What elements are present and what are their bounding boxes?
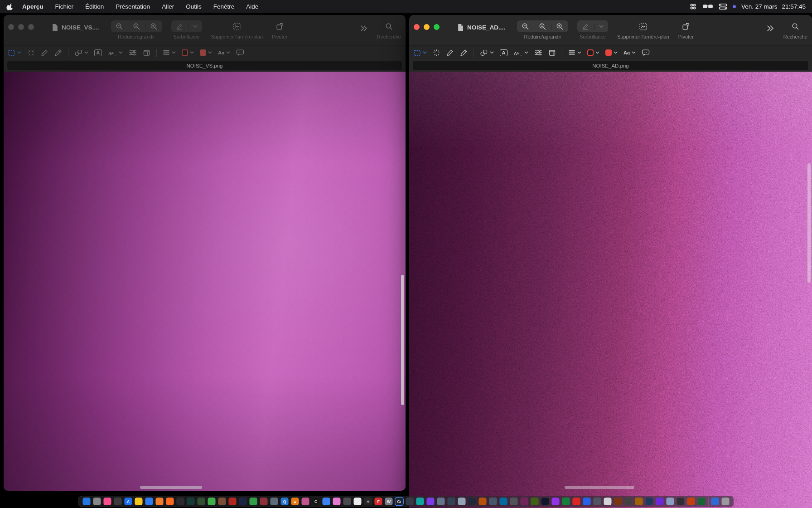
line-style-tool[interactable]: [568, 49, 581, 56]
rotate-button[interactable]: [276, 22, 284, 31]
text-box-tool[interactable]: A: [94, 49, 102, 56]
dock-icon-app-49[interactable]: [583, 498, 591, 505]
dock-icon-app-8[interactable]: [156, 498, 164, 505]
dock-icon-app-38[interactable]: [469, 498, 476, 505]
dock-icon-app-48[interactable]: [573, 498, 580, 505]
rotate-button[interactable]: [682, 22, 690, 31]
crop-tool[interactable]: [548, 49, 556, 57]
zoom-window-button[interactable]: [28, 24, 34, 30]
dock-icon-app-11[interactable]: [187, 498, 195, 505]
dock-icon-app-43[interactable]: [521, 498, 528, 505]
crop-tool[interactable]: [143, 49, 150, 57]
zoom-out-button[interactable]: [517, 23, 534, 30]
zoom-in-button[interactable]: [551, 23, 568, 30]
dock-icon-app-54[interactable]: [635, 498, 643, 505]
dock-icon-quicktime[interactable]: Q: [281, 498, 289, 505]
dock-icon-app-45[interactable]: [541, 498, 549, 505]
horizontal-scrollbar-left[interactable]: [140, 486, 202, 489]
dock-icon-app-19[interactable]: [271, 498, 278, 505]
menu-aller[interactable]: Aller: [162, 3, 174, 10]
zoom-out-button[interactable]: [111, 23, 128, 30]
dock-icon-app-58[interactable]: [677, 498, 685, 505]
toolbar-overflow-button[interactable]: [766, 25, 774, 45]
dock-icon-app-13[interactable]: [208, 498, 216, 505]
dock-icon-app-44[interactable]: [531, 498, 539, 505]
selection-tool[interactable]: [8, 49, 21, 57]
toolbar-overflow-button[interactable]: [359, 25, 368, 45]
dock-icon-app-39[interactable]: [479, 498, 487, 505]
dock-icon-app-27[interactable]: [354, 498, 362, 505]
close-button[interactable]: [8, 24, 14, 30]
dock-icon-music[interactable]: [104, 498, 111, 505]
selection-tool[interactable]: [413, 49, 427, 57]
menu-outils[interactable]: Outils: [186, 3, 202, 10]
dock-icon-app-6[interactable]: [135, 498, 143, 505]
dock-icon-app-50[interactable]: [594, 498, 601, 505]
dock-icon-app-34[interactable]: [427, 498, 435, 505]
dock-icon-app-store[interactable]: A: [125, 498, 132, 505]
dock-icon-app-28[interactable]: ✳: [364, 498, 372, 505]
dock-icon-app-10[interactable]: [177, 498, 184, 505]
highlight-button[interactable]: [577, 23, 594, 30]
dock-icon-app-32[interactable]: [406, 498, 414, 505]
highlight-color-chevron[interactable]: [188, 23, 202, 30]
actual-size-button[interactable]: [128, 23, 145, 30]
vertical-scrollbar-right[interactable]: [807, 163, 811, 283]
sketch-tool[interactable]: [41, 49, 48, 57]
menu-edition[interactable]: Édition: [85, 3, 104, 10]
dock-icon-app-42[interactable]: [510, 498, 518, 505]
draw-tool[interactable]: [54, 49, 62, 57]
glasses-status-icon[interactable]: [702, 3, 713, 10]
dock-icon-finder[interactable]: [83, 498, 91, 505]
dock-icon-app-17[interactable]: [250, 498, 257, 505]
image-canvas-left[interactable]: [4, 72, 406, 491]
signature-tool[interactable]: [108, 49, 123, 56]
border-color-tool[interactable]: [587, 49, 599, 56]
border-color-tool[interactable]: [182, 49, 194, 56]
actual-size-button[interactable]: [534, 23, 551, 30]
sketch-tool[interactable]: [446, 49, 454, 57]
apple-menu-icon[interactable]: [6, 3, 14, 10]
dock-icon-trash[interactable]: [722, 498, 730, 505]
dock-icon-app-46[interactable]: [552, 498, 560, 505]
close-button[interactable]: [414, 24, 420, 30]
text-style-tool[interactable]: Aa: [624, 50, 636, 55]
dock-icon-app-15[interactable]: [229, 498, 237, 505]
dock-icon-launchpad[interactable]: [114, 498, 122, 505]
menu-clock[interactable]: Ven. 27 mars 21:57:45: [741, 3, 806, 10]
dock-icon-app-60[interactable]: [698, 498, 706, 505]
titlebar-right[interactable]: NOISE_AD.... Réduire/agrandir: [409, 15, 812, 45]
dock-icon-app-53[interactable]: [625, 498, 633, 505]
annotate-tool[interactable]: [642, 49, 650, 56]
remove-background-button[interactable]: [639, 22, 648, 31]
fill-color-tool[interactable]: [200, 49, 212, 56]
dock-icon-app-51[interactable]: [604, 498, 612, 505]
dock-icon-app-47[interactable]: [562, 498, 570, 505]
annotate-tool[interactable]: [236, 49, 244, 56]
remove-background-button[interactable]: [232, 22, 241, 31]
dock-icon-app-35[interactable]: [437, 498, 445, 505]
dock-icon-gimp[interactable]: Gi: [396, 498, 403, 505]
image-canvas-right[interactable]: [409, 72, 812, 508]
dock-icon-app-22[interactable]: [302, 498, 309, 505]
signature-tool[interactable]: [513, 49, 528, 56]
highlight-color-chevron[interactable]: [594, 23, 608, 30]
dock-icon-app-41[interactable]: [500, 498, 508, 505]
shapes-tool[interactable]: [74, 49, 88, 57]
menu-aide[interactable]: Aide: [246, 3, 258, 10]
text-style-tool[interactable]: Aa: [218, 50, 230, 55]
dock-icon-safari[interactable]: [145, 498, 153, 505]
dock-icon-app-26[interactable]: [343, 498, 351, 505]
dock-icon-app-57[interactable]: [667, 498, 674, 505]
dock-icon-downloads[interactable]: [711, 498, 719, 505]
dock-icon-app-23[interactable]: C: [312, 498, 320, 505]
dock-icon-app-29[interactable]: F: [375, 498, 382, 505]
dock-icon-app-59[interactable]: [687, 498, 695, 505]
dock-icon-app-52[interactable]: [614, 498, 622, 505]
menu-fenetre[interactable]: Fenêtre: [213, 3, 235, 10]
dock-icon-word[interactable]: W: [385, 498, 393, 505]
zoom-window-button[interactable]: [434, 24, 440, 30]
search-button[interactable]: [792, 23, 799, 30]
menu-presentation[interactable]: Présentation: [116, 3, 150, 10]
dock-icon-app-25[interactable]: [333, 498, 341, 505]
